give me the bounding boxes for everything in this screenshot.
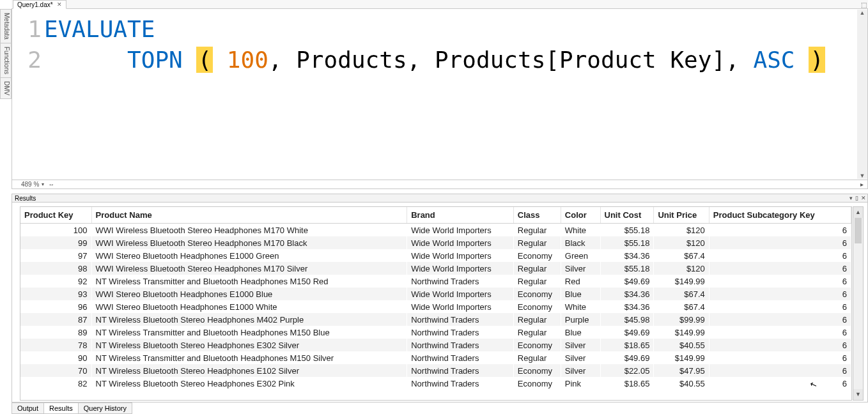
table-cell: $99.99 <box>654 313 709 326</box>
keyword-evaluate: EVALUATE <box>44 16 155 42</box>
table-row[interactable]: 82NT Wireless Bluetooth Stereo Headphone… <box>20 377 851 390</box>
scroll-thumb[interactable] <box>855 218 862 243</box>
zoom-dropdown-icon[interactable]: ▾ <box>42 181 44 187</box>
table-cell: WWI Wireless Bluetooth Stereo Headphones… <box>91 262 407 275</box>
column-header[interactable]: Product Subcategory Key <box>709 207 851 224</box>
table-row[interactable]: 97WWI Stereo Bluetooth Headphones E1000 … <box>20 249 851 262</box>
table-row[interactable]: 98WWI Wireless Bluetooth Stereo Headphon… <box>20 262 851 275</box>
table-cell: NT Wireless Bluetooth Stereo Headphones … <box>91 339 407 351</box>
column-header[interactable]: Product Name <box>91 207 407 224</box>
table-row[interactable]: 100WWI Wireless Bluetooth Stereo Headpho… <box>20 224 851 237</box>
table-cell: NT Wireless Bluetooth Stereo Headphones … <box>91 313 407 326</box>
results-grid-container: Product KeyProduct NameBrandClassColorUn… <box>12 203 868 402</box>
table-cell: 78 <box>20 339 91 351</box>
table-cell: Northwind Traders <box>407 313 514 326</box>
panel-dropdown-icon[interactable]: ▾ <box>849 195 853 201</box>
table-cell: Economy <box>513 249 561 262</box>
zoom-bar: 489 % ▾ ↔ ▸ <box>12 180 868 189</box>
table-cell: 6 <box>709 351 851 364</box>
bottom-tab-history[interactable]: Query History <box>78 402 132 414</box>
results-grid[interactable]: Product KeyProduct NameBrandClassColorUn… <box>20 206 852 401</box>
code-body[interactable]: EVALUATE TOPN ( 100, Products, Products[… <box>44 9 867 180</box>
table-cell: $149.99 <box>654 275 709 288</box>
table-row[interactable]: 70NT Wireless Bluetooth Stereo Headphone… <box>20 364 851 377</box>
hscroll-right-icon[interactable]: ▸ <box>860 181 864 188</box>
table-cell: 6 <box>709 339 851 351</box>
table-cell: 6 <box>709 377 851 390</box>
table-cell: $18.65 <box>600 377 654 390</box>
table-cell: 6 <box>709 300 851 313</box>
table-row[interactable]: 93WWI Stereo Bluetooth Headphones E1000 … <box>20 288 851 300</box>
table-header-row: Product KeyProduct NameBrandClassColorUn… <box>20 207 851 224</box>
scroll-down-icon[interactable]: ▼ <box>857 172 867 179</box>
table-cell: 87 <box>20 313 91 326</box>
table-row[interactable]: 87NT Wireless Bluetooth Stereo Headphone… <box>20 313 851 326</box>
table-row[interactable]: 96WWI Stereo Bluetooth Headphones E1000 … <box>20 300 851 313</box>
table-cell: Wide World Importers <box>407 236 514 249</box>
column-header[interactable]: Unit Cost <box>600 207 654 224</box>
side-tab-metadata[interactable]: Metadata <box>0 9 12 43</box>
table-row[interactable]: 78NT Wireless Bluetooth Stereo Headphone… <box>20 339 851 351</box>
table-row[interactable]: 99WWI Wireless Bluetooth Stereo Headphon… <box>20 236 851 249</box>
close-icon[interactable]: ✕ <box>56 1 63 8</box>
table-cell: $18.65 <box>600 339 654 351</box>
side-tab-dmv[interactable]: DMV <box>0 77 12 99</box>
table-cell: 6 <box>709 249 851 262</box>
column-header[interactable]: Product Key <box>20 207 91 224</box>
table-cell: Regular <box>513 262 561 275</box>
table-row[interactable]: 90NT Wireless Transmitter and Bluetooth … <box>20 351 851 364</box>
table-cell: $55.18 <box>600 236 654 249</box>
zoom-level[interactable]: 489 % <box>21 181 39 188</box>
table-cell: 6 <box>709 236 851 249</box>
table-cell: 93 <box>20 288 91 300</box>
table-cell: NT Wireless Transmitter and Bluetooth He… <box>91 326 407 339</box>
code-editor[interactable]: 1 2 EVALUATE TOPN ( 100, Products, Produ… <box>12 9 868 180</box>
column-header[interactable]: Unit Price <box>654 207 709 224</box>
space <box>213 47 227 73</box>
column-header[interactable]: Class <box>513 207 561 224</box>
table-cell: White <box>561 300 600 313</box>
scroll-down-icon[interactable]: ▼ <box>853 389 863 400</box>
table-cell: Silver <box>561 364 600 377</box>
table-cell: 98 <box>20 262 91 275</box>
side-tab-functions[interactable]: Functions <box>0 43 12 78</box>
table-row[interactable]: 89NT Wireless Transmitter and Bluetooth … <box>20 326 851 339</box>
table-cell: NT Wireless Bluetooth Stereo Headphones … <box>91 377 407 390</box>
table-cell: Regular <box>513 236 561 249</box>
table-row[interactable]: 92NT Wireless Transmitter and Bluetooth … <box>20 275 851 288</box>
table-cell: WWI Wireless Bluetooth Stereo Headphones… <box>91 236 407 249</box>
table-cell: NT Wireless Bluetooth Stereo Headphones … <box>91 364 407 377</box>
table-cell: Northwind Traders <box>407 275 514 288</box>
bottom-tab-strip: Output Results Query History <box>12 402 132 414</box>
side-tab-strip: Metadata Functions DMV <box>0 9 12 98</box>
zoom-handle-icon[interactable]: ↔ <box>48 181 54 188</box>
table-cell: Northwind Traders <box>407 377 514 390</box>
column-header[interactable]: Brand <box>407 207 514 224</box>
scroll-up-icon[interactable]: ▲ <box>857 10 867 16</box>
table-cell: Silver <box>561 339 600 351</box>
table-cell: 82 <box>20 377 91 390</box>
table-cell: $149.99 <box>654 351 709 364</box>
scroll-up-icon[interactable]: ▲ <box>853 207 863 218</box>
table-cell: Wide World Importers <box>407 224 514 237</box>
grid-vertical-scrollbar[interactable]: ▲ ▼ <box>853 206 864 401</box>
table-cell: $22.05 <box>600 364 654 377</box>
table-cell: Regular <box>513 224 561 237</box>
table-cell: Purple <box>561 313 600 326</box>
panel-close-icon[interactable]: ✕ <box>861 195 866 201</box>
bottom-tab-output[interactable]: Output <box>12 402 44 414</box>
table-cell: 90 <box>20 351 91 364</box>
table-cell: WWI Stereo Bluetooth Headphones E1000 Gr… <box>91 249 407 262</box>
bottom-tab-results[interactable]: Results <box>43 402 79 414</box>
editor-vertical-scrollbar[interactable]: ▲ ▼ <box>857 10 867 179</box>
table-cell: Economy <box>513 364 561 377</box>
table-cell: Silver <box>561 351 600 364</box>
table-cell: 6 <box>709 288 851 300</box>
line-gutter: 1 2 <box>12 9 44 180</box>
line-number: 1 <box>12 14 42 45</box>
table-cell: Blue <box>561 288 600 300</box>
file-tab-active[interactable]: Query1.dax* ✕ <box>13 0 66 9</box>
window-options-icon[interactable]: ⬚ <box>861 1 867 8</box>
panel-pin-icon[interactable]: ▯ <box>855 195 858 201</box>
column-header[interactable]: Color <box>561 207 600 224</box>
